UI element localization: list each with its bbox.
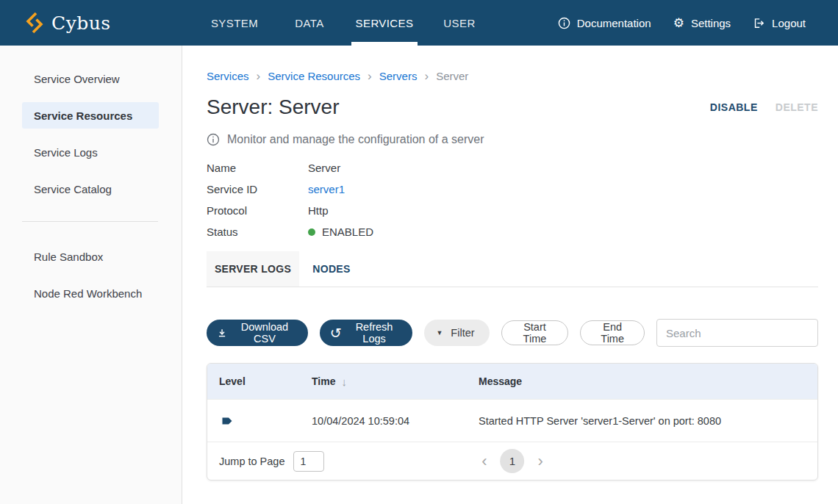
refresh-logs-button[interactable]: ↺ Refresh Logs xyxy=(320,320,413,346)
download-icon xyxy=(217,327,227,339)
disable-button[interactable]: DISABLE xyxy=(710,101,758,113)
sidebar: Service Overview Service Resources Servi… xyxy=(0,46,182,504)
download-csv-label: Download CSV xyxy=(234,321,295,345)
tab-server-logs[interactable]: SERVER LOGS xyxy=(207,251,299,287)
logout-icon xyxy=(753,17,765,29)
sidebar-item-rule-sandbox[interactable]: Rule Sandbox xyxy=(0,238,182,275)
sidebar-item-label: Service Catalog xyxy=(22,176,159,202)
status-value: ENABLED xyxy=(308,226,373,238)
start-time-button[interactable]: Start Time xyxy=(501,320,569,345)
log-message: Started HTTP Server 'server1-Server' on … xyxy=(467,415,817,427)
description-text: Monitor and manage the configuration of … xyxy=(227,133,484,146)
current-page-button[interactable]: 1 xyxy=(501,449,525,473)
table-header: Level Time ↓ Message xyxy=(207,364,817,399)
search-input[interactable] xyxy=(666,327,812,339)
status-badge: ENABLED xyxy=(322,226,373,238)
filter-button[interactable]: ▼ Filter xyxy=(424,320,489,346)
tag-icon xyxy=(221,416,233,426)
settings-label: Settings xyxy=(691,17,731,29)
breadcrumb: Services › Service Resources › Servers ›… xyxy=(207,70,818,82)
main-content: Services › Service Resources › Servers ›… xyxy=(182,46,838,504)
sidebar-item-node-red-workbench[interactable]: Node Red Workbench xyxy=(0,275,182,312)
jump-to-page-label: Jump to Page xyxy=(219,456,284,467)
sidebar-item-service-catalog[interactable]: Service Catalog xyxy=(0,170,182,207)
primary-nav: SYSTEM DATA SERVICES USER xyxy=(201,0,493,46)
detail-row-name: Name Server xyxy=(207,157,818,179)
sidebar-item-label: Node Red Workbench xyxy=(22,280,159,306)
page-title: Server: Server xyxy=(207,96,340,119)
level-cell xyxy=(207,416,300,426)
cybus-logo-icon xyxy=(25,12,44,34)
search-box[interactable] xyxy=(656,319,818,347)
delete-button[interactable]: DELETE xyxy=(776,101,818,113)
documentation-link[interactable]: Documentation xyxy=(558,17,651,29)
sidebar-item-service-logs[interactable]: Service Logs xyxy=(0,134,182,170)
documentation-label: Documentation xyxy=(577,17,651,29)
detail-row-status: Status ENABLED xyxy=(207,221,818,242)
logout-link[interactable]: Logout xyxy=(753,17,806,29)
table-footer: Jump to Page ‹ 1 › xyxy=(207,442,817,480)
chevron-right-icon[interactable]: › xyxy=(535,453,546,469)
nav-tab-system[interactable]: SYSTEM xyxy=(201,0,268,46)
logout-label: Logout xyxy=(772,17,806,29)
cybus-logo[interactable]: Cybus xyxy=(0,0,201,46)
sidebar-item-label: Service Resources xyxy=(22,102,159,129)
logs-toolbar: Download CSV ↺ Refresh Logs ▼ Filter Sta… xyxy=(207,319,818,347)
sidebar-item-service-resources[interactable]: Service Resources xyxy=(0,97,182,134)
server-details: Name Server Service ID server1 Protocol … xyxy=(207,157,818,242)
detail-label: Status xyxy=(207,226,308,238)
logo-text: Cybus xyxy=(51,12,111,34)
section-tabs: SERVER LOGS NODES xyxy=(207,251,818,287)
info-circle-icon xyxy=(207,133,220,146)
breadcrumb-link-service-resources[interactable]: Service Resources xyxy=(268,70,360,82)
column-header-level[interactable]: Level xyxy=(207,375,300,387)
gear-icon: ⚙ xyxy=(673,17,684,29)
settings-link[interactable]: ⚙ Settings xyxy=(673,17,731,29)
chevron-separator-icon: › xyxy=(368,70,372,82)
breadcrumb-link-services[interactable]: Services xyxy=(207,70,249,82)
detail-row-protocol: Protocol Http xyxy=(207,200,818,221)
service-id-link[interactable]: server1 xyxy=(308,183,345,195)
nav-tab-data[interactable]: DATA xyxy=(276,0,343,46)
column-header-time-label: Time xyxy=(312,375,335,387)
detail-label: Protocol xyxy=(207,204,308,217)
sidebar-item-label: Service Logs xyxy=(22,139,159,165)
nav-tab-user[interactable]: USER xyxy=(426,0,493,46)
status-dot xyxy=(308,228,315,236)
breadcrumb-current: Server xyxy=(436,70,468,82)
log-time: 10/04/2024 10:59:04 xyxy=(300,415,467,427)
detail-row-service-id: Service ID server1 xyxy=(207,179,818,200)
column-header-time[interactable]: Time ↓ xyxy=(300,375,467,388)
info-circle-icon xyxy=(558,17,570,29)
detail-value: Http xyxy=(308,204,329,217)
caret-down-icon: ▼ xyxy=(436,329,443,336)
page-description: Monitor and manage the configuration of … xyxy=(207,133,818,146)
tab-nodes[interactable]: NODES xyxy=(299,251,364,287)
title-actions: DISABLE DELETE xyxy=(710,101,818,113)
download-csv-button[interactable]: Download CSV xyxy=(207,320,308,346)
breadcrumb-link-servers[interactable]: Servers xyxy=(379,70,418,82)
filter-label: Filter xyxy=(451,327,474,339)
pagination: ‹ 1 › xyxy=(479,449,546,473)
top-navbar: Cybus SYSTEM DATA SERVICES USER Document… xyxy=(0,0,838,46)
refresh-logs-label: Refresh Logs xyxy=(349,321,400,345)
sidebar-item-label: Rule Sandbox xyxy=(22,243,159,270)
refresh-icon: ↺ xyxy=(330,326,342,340)
column-header-message[interactable]: Message xyxy=(467,375,817,387)
end-time-button[interactable]: End Time xyxy=(580,320,645,345)
nav-utilities: Documentation ⚙ Settings Logout xyxy=(558,0,838,46)
table-row: 10/04/2024 10:59:04 Started HTTP Server … xyxy=(207,399,817,442)
sidebar-item-label: Service Overview xyxy=(22,65,159,92)
detail-value: Server xyxy=(308,162,340,174)
detail-label: Service ID xyxy=(207,183,308,195)
chevron-left-icon[interactable]: ‹ xyxy=(479,453,490,469)
sidebar-divider xyxy=(22,221,158,222)
server-logs-table: Level Time ↓ Message 10/04/2024 10:59:04… xyxy=(207,363,818,480)
sidebar-item-service-overview[interactable]: Service Overview xyxy=(0,60,182,97)
detail-label: Name xyxy=(207,162,308,174)
nav-tab-services[interactable]: SERVICES xyxy=(351,0,418,46)
chevron-separator-icon: › xyxy=(424,70,429,82)
jump-to-page-input[interactable] xyxy=(293,451,324,472)
sort-desc-icon[interactable]: ↓ xyxy=(341,375,347,388)
chevron-separator-icon: › xyxy=(257,70,261,82)
